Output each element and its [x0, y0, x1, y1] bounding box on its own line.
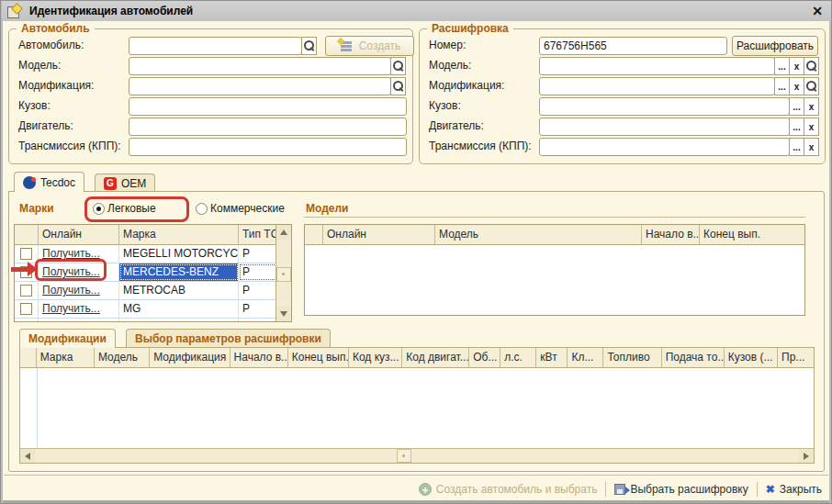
- car-input[interactable]: [129, 37, 302, 55]
- brands-col-type: Тип ТС: [239, 225, 277, 244]
- decode-modification-input[interactable]: [539, 77, 775, 95]
- car-search-button[interactable]: [301, 37, 317, 55]
- decode-transmission-clear-button[interactable]: x: [804, 138, 819, 156]
- radio-commercial[interactable]: [196, 203, 208, 215]
- get-online-link[interactable]: Получить...: [42, 247, 100, 260]
- create-icon: [339, 40, 354, 52]
- brand-row[interactable]: Получить... MG P: [15, 300, 291, 319]
- arrow-right-icon: [804, 453, 809, 460]
- mods-col: Код двигат...: [402, 348, 469, 367]
- scroll-right-button[interactable]: [799, 449, 814, 463]
- arrow-down-icon: [280, 311, 287, 317]
- get-online-link[interactable]: Получить...: [42, 302, 100, 315]
- create-car-and-select-button[interactable]: Создать автомобиль и выбрать: [419, 483, 598, 496]
- decode-model-ellipsis-button[interactable]: ...: [774, 57, 790, 75]
- window-title: Идентификация автомобилей: [29, 5, 193, 17]
- scroll-thumb[interactable]: [397, 449, 411, 463]
- tab-modifications[interactable]: Модификации: [19, 329, 116, 348]
- decode-engine-input[interactable]: [539, 118, 790, 136]
- brand-checkbox[interactable]: [20, 285, 32, 297]
- scroll-thumb[interactable]: [276, 267, 291, 282]
- mods-col: Топливо: [603, 348, 661, 367]
- mods-col: Марка: [37, 348, 95, 367]
- get-online-link[interactable]: Получить...: [42, 265, 100, 278]
- brand-type-cell: P: [239, 282, 277, 299]
- engine-input[interactable]: [129, 118, 407, 136]
- search-icon: [806, 81, 817, 92]
- decode-body-ellipsis-button[interactable]: ...: [789, 97, 804, 116]
- tab-modifications-label: Модификации: [28, 332, 107, 345]
- select-decode-button[interactable]: Выбрать расшифровку: [614, 483, 748, 496]
- model-search-button[interactable]: [390, 57, 406, 75]
- scroll-left-button[interactable]: [20, 449, 35, 463]
- close-button[interactable]: ✖ Закрыть: [766, 483, 822, 496]
- brand-row[interactable]: Получить... MEGELLI MOTORCYC... P: [15, 245, 291, 263]
- brand-checkbox[interactable]: [20, 321, 32, 322]
- decode-engine-clear-button[interactable]: x: [804, 118, 819, 136]
- brand-checkbox[interactable]: [20, 266, 32, 278]
- brand-name-cell: MG: [119, 300, 239, 318]
- tab-oem[interactable]: G OEM: [95, 174, 155, 192]
- decode-transmission-ellipsis-button[interactable]: ...: [789, 138, 804, 156]
- body-input[interactable]: [129, 97, 407, 116]
- mods-col: кВт: [536, 348, 568, 367]
- brand-row[interactable]: Получить... METROCAB P: [15, 282, 291, 300]
- mods-col: Конец вып.: [288, 348, 349, 367]
- transmission-input[interactable]: [129, 138, 407, 156]
- titlebar: Идентификация автомобилей ✕: [2, 1, 832, 21]
- decode-model-input[interactable]: [539, 57, 775, 75]
- decode-model-search-button[interactable]: [804, 57, 819, 75]
- brand-type-cell: P: [239, 300, 277, 318]
- get-online-link[interactable]: Получить...: [42, 284, 100, 297]
- mods-col: Кл...: [568, 348, 603, 367]
- close-x-icon: ✖: [766, 483, 775, 496]
- modifications-horizontal-scrollbar[interactable]: [20, 448, 814, 463]
- model-input[interactable]: [129, 57, 391, 75]
- brand-row[interactable]: Получить... MIDDLEBRIDGE P: [15, 319, 291, 322]
- body-label: Кузов:: [18, 99, 51, 112]
- mods-col: Код куз...: [349, 348, 402, 367]
- arrow-left-icon: [25, 453, 30, 460]
- brand-type-cell: P: [239, 263, 277, 281]
- decode-model-clear-button[interactable]: x: [789, 57, 804, 75]
- brands-col-online: Онлайн: [39, 225, 119, 244]
- auto-group: Автомобиль Автомобиль: Создать Модель: М…: [8, 28, 413, 164]
- tab-tecdoc[interactable]: Tecdoc: [14, 172, 84, 192]
- footer-divider: [4, 475, 828, 476]
- modification-search-button[interactable]: [390, 77, 406, 95]
- decode-model-label: Модель:: [429, 59, 471, 72]
- brand-row-selected[interactable]: Получить... MERCEDES-BENZ P: [15, 263, 291, 282]
- plus-circle-icon: [419, 483, 432, 496]
- create-car-button[interactable]: Создать: [325, 36, 414, 56]
- decode-modification-clear-button[interactable]: x: [789, 77, 804, 95]
- brand-checkbox[interactable]: [20, 303, 32, 315]
- scroll-up-button[interactable]: [276, 225, 291, 240]
- decode-body-clear-button[interactable]: x: [804, 97, 819, 116]
- tab-decode-params[interactable]: Выбор параметров расшифровки: [126, 329, 331, 348]
- get-online-link[interactable]: Получить...: [42, 320, 100, 322]
- scroll-down-button[interactable]: [276, 307, 291, 321]
- radio-passenger[interactable]: [93, 203, 105, 215]
- brands-vertical-scrollbar[interactable]: [275, 225, 291, 321]
- search-icon: [806, 61, 817, 72]
- brand-checkbox[interactable]: [20, 248, 32, 260]
- models-caption-divider: [304, 217, 805, 218]
- number-input[interactable]: 676756H565: [539, 37, 727, 55]
- decode-body-label: Кузов:: [429, 99, 461, 112]
- search-icon: [393, 61, 404, 72]
- radio-commercial-label[interactable]: Коммерческие: [210, 202, 285, 215]
- radio-passenger-label[interactable]: Легковые: [107, 202, 156, 215]
- decode-button[interactable]: Расшифровать: [732, 36, 818, 56]
- transmission-label: Трансмиссия (КПП):: [18, 140, 121, 152]
- decode-modification-ellipsis-button[interactable]: ...: [774, 77, 790, 95]
- decode-modification-label: Модификация:: [429, 79, 504, 92]
- decode-body-input[interactable]: [539, 97, 790, 116]
- mods-col: Подача то...: [662, 348, 725, 367]
- mods-col: Пр...: [778, 348, 814, 367]
- decode-engine-ellipsis-button[interactable]: ...: [789, 118, 804, 136]
- brand-name-cell: MEGELLI MOTORCYC...: [119, 245, 239, 263]
- decode-modification-search-button[interactable]: [804, 77, 819, 95]
- modification-input[interactable]: [129, 77, 391, 95]
- close-window-button[interactable]: ✕: [808, 4, 826, 18]
- decode-transmission-input[interactable]: [539, 138, 790, 156]
